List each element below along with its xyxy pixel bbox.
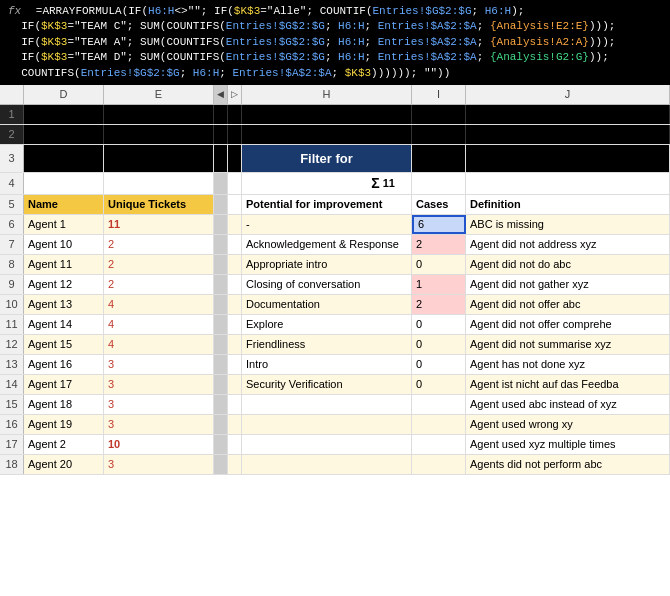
table-row: 12 Agent 15 4 Friendliness 0 Agent did n… [0,335,670,355]
potential-cell [242,415,412,434]
col-header-E: E [104,85,214,104]
definition-cell: Agent did not offer abc [466,295,670,314]
table-row: 15 Agent 18 3 Agent used abc instead of … [0,395,670,415]
cell-G1 [228,105,242,124]
cell-G5 [228,195,242,214]
cases-cell [412,435,466,454]
agent-tickets: 2 [104,275,214,294]
table-row: 16 Agent 19 3 Agent used wrong xy [0,415,670,435]
agent-tickets: 4 [104,315,214,334]
cell-D1 [24,105,104,124]
row-num-14: 14 [0,375,24,394]
col-header-J: J [466,85,670,104]
agent-tickets: 4 [104,295,214,314]
row-num-9: 9 [0,275,24,294]
grid-row-4: 4 Σ 11 [0,173,670,195]
cell-F17 [214,435,228,454]
cell-H1 [242,105,412,124]
cell-J1 [466,105,670,124]
cell-E3 [104,145,214,172]
col-header-F: ◀ [214,85,228,104]
cell-G2 [228,125,242,144]
cell-G14 [228,375,242,394]
potential-cell [242,435,412,454]
cell-G11 [228,315,242,334]
definition-cell: Agent did not summarise xyz [466,335,670,354]
agent-tickets: 11 [104,215,214,234]
col-header-G: ▷ [228,85,242,104]
cell-G13 [228,355,242,374]
sigma-value: 11 [383,177,395,189]
row-num-6: 6 [0,215,24,234]
table-row: 10 Agent 13 4 Documentation 2 Agent did … [0,295,670,315]
agent-name: Agent 15 [24,335,104,354]
table-row: 18 Agent 20 3 Agents did not perform abc [0,455,670,475]
cell-F7 [214,235,228,254]
cell-G3 [228,145,242,172]
definition-cell: ABC is missing [466,215,670,234]
agent-tickets: 2 [104,255,214,274]
row-num-1: 1 [0,105,24,124]
cell-G10 [228,295,242,314]
cases-cell: 1 [412,275,466,294]
cell-J4 [466,173,670,194]
agent-name: Agent 13 [24,295,104,314]
agent-name: Agent 1 [24,215,104,234]
definition-cell: Agent used wrong xy [466,415,670,434]
cell-F12 [214,335,228,354]
cell-G8 [228,255,242,274]
cell-G9 [228,275,242,294]
cell-F6 [214,215,228,234]
table-row: 7 Agent 10 2 Acknowledgement & Response … [0,235,670,255]
row-num-5: 5 [0,195,24,214]
cell-F4 [214,173,228,194]
agent-name: Agent 16 [24,355,104,374]
cell-I1 [412,105,466,124]
grid-row-3: 3 Filter for [0,145,670,173]
table-row: 13 Agent 16 3 Intro 0 Agent has not done… [0,355,670,375]
cell-F13 [214,355,228,374]
cases-cell [412,415,466,434]
cell-E1 [104,105,214,124]
table-row: 6 Agent 1 11 - 6 ABC is missing [0,215,670,235]
cases-cell: 0 [412,315,466,334]
agent-tickets: 3 [104,395,214,414]
row-num-12: 12 [0,335,24,354]
cell-D4 [24,173,104,194]
cell-G12 [228,335,242,354]
cell-F15 [214,395,228,414]
cell-F8 [214,255,228,274]
row-num-3: 3 [0,145,24,172]
row-num-header [0,85,24,104]
potential-cell: Intro [242,355,412,374]
cell-F18 [214,455,228,474]
agent-name: Agent 11 [24,255,104,274]
agent-tickets: 3 [104,455,214,474]
cell-F2 [214,125,228,144]
potential-cell [242,395,412,414]
table-row: 11 Agent 14 4 Explore 0 Agent did not of… [0,315,670,335]
row-num-8: 8 [0,255,24,274]
cell-G4 [228,173,242,194]
cases-cell: 0 [412,255,466,274]
agent-tickets: 4 [104,335,214,354]
cell-G7 [228,235,242,254]
header-potential: Potential for improvement [242,195,412,214]
cell-J3 [466,145,670,172]
potential-cell: - [242,215,412,234]
agent-tickets: 3 [104,375,214,394]
cell-F11 [214,315,228,334]
potential-cell: Documentation [242,295,412,314]
agent-name: Agent 19 [24,415,104,434]
row-num-17: 17 [0,435,24,454]
cell-F14 [214,375,228,394]
grid-row-2: 2 [0,125,670,145]
col-header-H: H [242,85,412,104]
cell-F3 [214,145,228,172]
cell-F10 [214,295,228,314]
table-row: 8 Agent 11 2 Appropriate intro 0 Agent d… [0,255,670,275]
agent-name: Agent 2 [24,435,104,454]
cell-D3 [24,145,104,172]
agent-name: Agent 18 [24,395,104,414]
potential-cell: Appropriate intro [242,255,412,274]
